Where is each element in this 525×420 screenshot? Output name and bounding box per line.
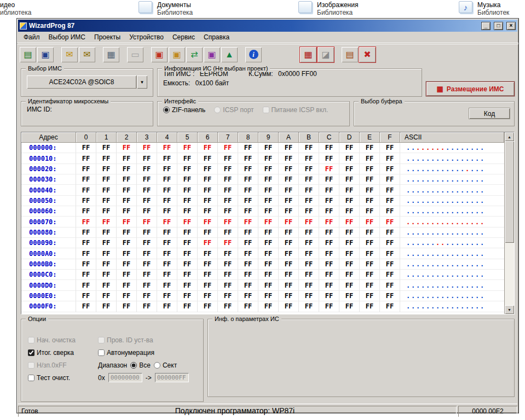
- range-radio-1[interactable]: Сект: [154, 361, 177, 369]
- hex-cell[interactable]: FF: [339, 228, 360, 238]
- hex-cell[interactable]: FF: [137, 153, 157, 164]
- hex-cell[interactable]: FF: [137, 217, 157, 227]
- hex-cell[interactable]: FF: [299, 238, 319, 248]
- scroll-up-button[interactable]: ▲: [505, 132, 514, 141]
- hex-cell[interactable]: FF: [258, 164, 279, 174]
- hex-cell[interactable]: FF: [117, 238, 137, 248]
- hex-cell[interactable]: FF: [319, 196, 339, 206]
- scrollbar-track[interactable]: [505, 141, 514, 305]
- hex-cell[interactable]: FF: [238, 280, 258, 290]
- hex-cell[interactable]: FF: [380, 270, 400, 280]
- hex-cell[interactable]: FF: [360, 206, 380, 217]
- hex-cell[interactable]: FF: [157, 280, 177, 290]
- hex-cell[interactable]: FF: [198, 164, 218, 174]
- hex-cell[interactable]: FF: [279, 185, 299, 195]
- hex-cell[interactable]: FF: [157, 153, 177, 164]
- hex-cell[interactable]: FF: [177, 185, 198, 195]
- hex-cell[interactable]: FF: [319, 291, 339, 301]
- hex-cell[interactable]: FF: [360, 217, 380, 227]
- option-left-checkbox-1-input[interactable]: [28, 349, 34, 356]
- hex-cell[interactable]: FF: [96, 259, 117, 270]
- chip-placement-dialog-button[interactable]: ▦ Размещение ИМС: [426, 81, 515, 96]
- report-button[interactable]: ▤: [342, 47, 358, 62]
- option-left-checkbox-3-input[interactable]: [28, 375, 34, 381]
- hex-cell[interactable]: FF: [137, 238, 157, 248]
- hex-cell[interactable]: FF: [157, 238, 177, 248]
- write-chip-button[interactable]: ▣: [169, 47, 185, 62]
- hex-cell[interactable]: FF: [238, 270, 258, 280]
- hex-cell[interactable]: FF: [258, 228, 279, 238]
- hex-cell[interactable]: FF: [360, 270, 380, 280]
- hex-cell[interactable]: FF: [380, 228, 400, 238]
- hex-cell[interactable]: FF: [218, 280, 238, 290]
- checksum-button[interactable]: ▦: [103, 47, 119, 62]
- hex-cell[interactable]: FF: [96, 280, 117, 290]
- hex-cell[interactable]: FF: [137, 196, 157, 206]
- hex-cell[interactable]: FF: [218, 270, 238, 280]
- hex-cell[interactable]: FF: [380, 217, 400, 227]
- hex-cell[interactable]: FF: [258, 248, 279, 259]
- hex-cell[interactable]: FF: [238, 301, 258, 312]
- hex-cell[interactable]: FF: [238, 206, 258, 217]
- hex-cell[interactable]: FF: [279, 301, 299, 312]
- hex-cell[interactable]: FF: [258, 301, 279, 312]
- hex-cell[interactable]: FF: [177, 174, 198, 185]
- hex-cell[interactable]: FF: [319, 270, 339, 280]
- hex-cell[interactable]: FF: [218, 206, 238, 217]
- hex-cell[interactable]: FF: [258, 206, 279, 217]
- hex-cell[interactable]: FF: [76, 206, 96, 217]
- hex-cell[interactable]: FF: [157, 196, 177, 206]
- chip-placement-button[interactable]: ▦: [300, 47, 316, 62]
- hex-cell[interactable]: FF: [299, 153, 319, 164]
- hex-cell[interactable]: FF: [117, 248, 137, 259]
- hex-cell[interactable]: FF: [96, 164, 117, 174]
- hex-cell[interactable]: FF: [279, 291, 299, 301]
- interface-radio-0-input[interactable]: [163, 107, 170, 113]
- hex-cell[interactable]: FF: [279, 217, 299, 227]
- hex-cell[interactable]: FF: [319, 280, 339, 290]
- hex-cell[interactable]: FF: [238, 217, 258, 227]
- hex-cell[interactable]: FF: [157, 217, 177, 227]
- hex-cell[interactable]: FF: [218, 248, 238, 259]
- hex-cell[interactable]: FF: [279, 248, 299, 259]
- hex-cell[interactable]: FF: [76, 259, 96, 270]
- hex-cell[interactable]: FF: [339, 270, 360, 280]
- option-right-checkbox-1[interactable]: Автонумерация: [98, 346, 189, 359]
- hex-cell[interactable]: FF: [76, 185, 96, 195]
- hex-cell[interactable]: FF: [157, 259, 177, 270]
- hex-cell[interactable]: FF: [177, 217, 198, 227]
- hex-cell[interactable]: FF: [238, 164, 258, 174]
- library-item[interactable]: ИзображенияБиблиотека: [298, 1, 358, 16]
- hex-cell[interactable]: FF: [299, 196, 319, 206]
- hex-cell[interactable]: FF: [380, 185, 400, 195]
- hex-cell[interactable]: FF: [238, 153, 258, 164]
- hex-cell[interactable]: FF: [117, 217, 137, 227]
- hex-cell[interactable]: FF: [137, 248, 157, 259]
- hex-cell[interactable]: FF: [380, 206, 400, 217]
- hex-cell[interactable]: FF: [339, 291, 360, 301]
- option-left-checkbox-1[interactable]: Итог. сверка: [28, 346, 93, 359]
- hex-cell[interactable]: FF: [137, 185, 157, 195]
- hex-cell[interactable]: FF: [218, 164, 238, 174]
- hex-cell[interactable]: FF: [258, 291, 279, 301]
- hex-cell[interactable]: FF: [299, 185, 319, 195]
- hex-cell[interactable]: FF: [76, 196, 96, 206]
- hex-cell[interactable]: FF: [380, 196, 400, 206]
- hex-cell[interactable]: FF: [177, 280, 198, 290]
- hex-cell[interactable]: FF: [137, 143, 157, 153]
- library-item[interactable]: идеоиблиотека: [0, 1, 31, 16]
- chip-select-dropdown-button[interactable]: ▼: [136, 75, 147, 89]
- hex-cell[interactable]: FF: [360, 153, 380, 164]
- hex-cell[interactable]: FF: [299, 228, 319, 238]
- hex-cell[interactable]: FF: [117, 196, 137, 206]
- hex-cell[interactable]: FF: [218, 185, 238, 195]
- info-button[interactable]: i: [245, 47, 262, 62]
- verify-chip-button[interactable]: ⇄: [186, 47, 203, 62]
- hex-cell[interactable]: FF: [76, 164, 96, 174]
- hex-cell[interactable]: FF: [117, 185, 137, 195]
- hex-cell[interactable]: FF: [137, 174, 157, 185]
- hex-cell[interactable]: FF: [279, 270, 299, 280]
- hex-cell[interactable]: FF: [137, 280, 157, 290]
- hex-cell[interactable]: FF: [177, 164, 198, 174]
- hex-cell[interactable]: FF: [319, 301, 339, 312]
